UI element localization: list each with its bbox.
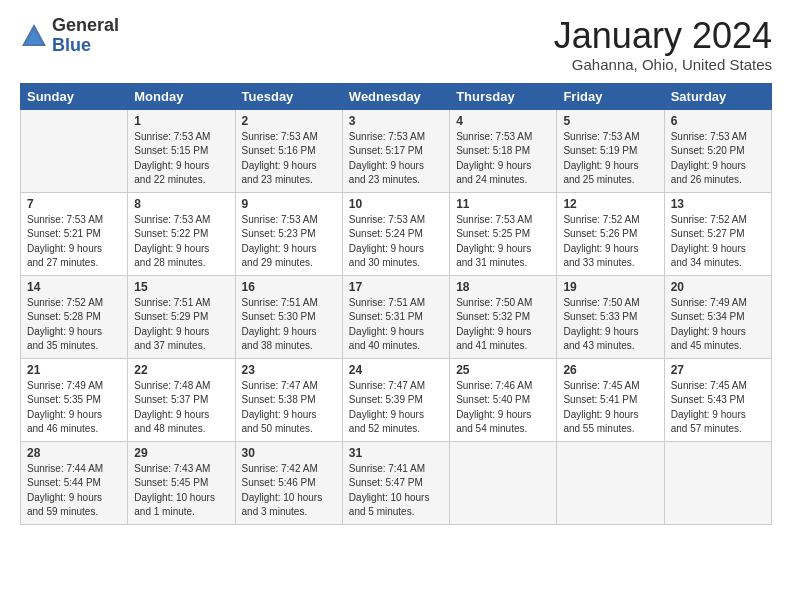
calendar-week-4: 28Sunrise: 7:44 AMSunset: 5:44 PMDayligh… <box>21 441 772 524</box>
calendar-week-0: 1Sunrise: 7:53 AMSunset: 5:15 PMDaylight… <box>21 109 772 192</box>
calendar-cell: 14Sunrise: 7:52 AMSunset: 5:28 PMDayligh… <box>21 275 128 358</box>
calendar-cell: 25Sunrise: 7:46 AMSunset: 5:40 PMDayligh… <box>450 358 557 441</box>
calendar-cell: 21Sunrise: 7:49 AMSunset: 5:35 PMDayligh… <box>21 358 128 441</box>
day-number: 3 <box>349 114 443 128</box>
day-number: 10 <box>349 197 443 211</box>
day-number: 18 <box>456 280 550 294</box>
day-number: 20 <box>671 280 765 294</box>
cell-content: Sunrise: 7:48 AMSunset: 5:37 PMDaylight:… <box>134 379 228 437</box>
cell-content: Sunrise: 7:53 AMSunset: 5:22 PMDaylight:… <box>134 213 228 271</box>
calendar-cell: 29Sunrise: 7:43 AMSunset: 5:45 PMDayligh… <box>128 441 235 524</box>
calendar-cell: 10Sunrise: 7:53 AMSunset: 5:24 PMDayligh… <box>342 192 449 275</box>
cell-content: Sunrise: 7:53 AMSunset: 5:21 PMDaylight:… <box>27 213 121 271</box>
logo-icon <box>20 22 48 50</box>
day-number: 23 <box>242 363 336 377</box>
cell-content: Sunrise: 7:47 AMSunset: 5:39 PMDaylight:… <box>349 379 443 437</box>
calendar-cell: 27Sunrise: 7:45 AMSunset: 5:43 PMDayligh… <box>664 358 771 441</box>
cell-content: Sunrise: 7:53 AMSunset: 5:16 PMDaylight:… <box>242 130 336 188</box>
cell-content: Sunrise: 7:53 AMSunset: 5:25 PMDaylight:… <box>456 213 550 271</box>
cell-content: Sunrise: 7:53 AMSunset: 5:18 PMDaylight:… <box>456 130 550 188</box>
cell-content: Sunrise: 7:53 AMSunset: 5:24 PMDaylight:… <box>349 213 443 271</box>
location: Gahanna, Ohio, United States <box>554 56 772 73</box>
col-header-monday: Monday <box>128 83 235 109</box>
day-number: 31 <box>349 446 443 460</box>
calendar-cell: 19Sunrise: 7:50 AMSunset: 5:33 PMDayligh… <box>557 275 664 358</box>
cell-content: Sunrise: 7:49 AMSunset: 5:34 PMDaylight:… <box>671 296 765 354</box>
day-number: 13 <box>671 197 765 211</box>
calendar-cell: 1Sunrise: 7:53 AMSunset: 5:15 PMDaylight… <box>128 109 235 192</box>
calendar-cell: 15Sunrise: 7:51 AMSunset: 5:29 PMDayligh… <box>128 275 235 358</box>
day-number: 24 <box>349 363 443 377</box>
cell-content: Sunrise: 7:43 AMSunset: 5:45 PMDaylight:… <box>134 462 228 520</box>
logo: General Blue <box>20 16 119 56</box>
cell-content: Sunrise: 7:45 AMSunset: 5:41 PMDaylight:… <box>563 379 657 437</box>
calendar-cell: 11Sunrise: 7:53 AMSunset: 5:25 PMDayligh… <box>450 192 557 275</box>
day-number: 19 <box>563 280 657 294</box>
calendar-cell: 30Sunrise: 7:42 AMSunset: 5:46 PMDayligh… <box>235 441 342 524</box>
day-number: 21 <box>27 363 121 377</box>
calendar-cell: 20Sunrise: 7:49 AMSunset: 5:34 PMDayligh… <box>664 275 771 358</box>
day-number: 14 <box>27 280 121 294</box>
cell-content: Sunrise: 7:52 AMSunset: 5:28 PMDaylight:… <box>27 296 121 354</box>
calendar-cell: 23Sunrise: 7:47 AMSunset: 5:38 PMDayligh… <box>235 358 342 441</box>
calendar-cell: 7Sunrise: 7:53 AMSunset: 5:21 PMDaylight… <box>21 192 128 275</box>
calendar-header-row: SundayMondayTuesdayWednesdayThursdayFrid… <box>21 83 772 109</box>
cell-content: Sunrise: 7:53 AMSunset: 5:17 PMDaylight:… <box>349 130 443 188</box>
calendar-cell <box>557 441 664 524</box>
cell-content: Sunrise: 7:51 AMSunset: 5:29 PMDaylight:… <box>134 296 228 354</box>
day-number: 7 <box>27 197 121 211</box>
cell-content: Sunrise: 7:50 AMSunset: 5:33 PMDaylight:… <box>563 296 657 354</box>
day-number: 11 <box>456 197 550 211</box>
calendar-cell <box>21 109 128 192</box>
day-number: 6 <box>671 114 765 128</box>
calendar-cell: 22Sunrise: 7:48 AMSunset: 5:37 PMDayligh… <box>128 358 235 441</box>
calendar-cell: 2Sunrise: 7:53 AMSunset: 5:16 PMDaylight… <box>235 109 342 192</box>
day-number: 2 <box>242 114 336 128</box>
calendar-cell: 6Sunrise: 7:53 AMSunset: 5:20 PMDaylight… <box>664 109 771 192</box>
day-number: 27 <box>671 363 765 377</box>
calendar-cell: 13Sunrise: 7:52 AMSunset: 5:27 PMDayligh… <box>664 192 771 275</box>
main-container: General Blue January 2024 Gahanna, Ohio,… <box>0 0 792 535</box>
cell-content: Sunrise: 7:53 AMSunset: 5:15 PMDaylight:… <box>134 130 228 188</box>
col-header-wednesday: Wednesday <box>342 83 449 109</box>
cell-content: Sunrise: 7:47 AMSunset: 5:38 PMDaylight:… <box>242 379 336 437</box>
day-number: 5 <box>563 114 657 128</box>
cell-content: Sunrise: 7:51 AMSunset: 5:31 PMDaylight:… <box>349 296 443 354</box>
day-number: 12 <box>563 197 657 211</box>
calendar-week-3: 21Sunrise: 7:49 AMSunset: 5:35 PMDayligh… <box>21 358 772 441</box>
calendar-cell: 3Sunrise: 7:53 AMSunset: 5:17 PMDaylight… <box>342 109 449 192</box>
col-header-tuesday: Tuesday <box>235 83 342 109</box>
day-number: 1 <box>134 114 228 128</box>
col-header-thursday: Thursday <box>450 83 557 109</box>
day-number: 4 <box>456 114 550 128</box>
logo-general: General <box>52 15 119 35</box>
calendar-week-1: 7Sunrise: 7:53 AMSunset: 5:21 PMDaylight… <box>21 192 772 275</box>
calendar-cell: 31Sunrise: 7:41 AMSunset: 5:47 PMDayligh… <box>342 441 449 524</box>
calendar-cell: 4Sunrise: 7:53 AMSunset: 5:18 PMDaylight… <box>450 109 557 192</box>
calendar-cell: 17Sunrise: 7:51 AMSunset: 5:31 PMDayligh… <box>342 275 449 358</box>
day-number: 28 <box>27 446 121 460</box>
cell-content: Sunrise: 7:42 AMSunset: 5:46 PMDaylight:… <box>242 462 336 520</box>
cell-content: Sunrise: 7:44 AMSunset: 5:44 PMDaylight:… <box>27 462 121 520</box>
cell-content: Sunrise: 7:50 AMSunset: 5:32 PMDaylight:… <box>456 296 550 354</box>
day-number: 16 <box>242 280 336 294</box>
col-header-friday: Friday <box>557 83 664 109</box>
calendar-cell: 8Sunrise: 7:53 AMSunset: 5:22 PMDaylight… <box>128 192 235 275</box>
day-number: 9 <box>242 197 336 211</box>
calendar-cell: 26Sunrise: 7:45 AMSunset: 5:41 PMDayligh… <box>557 358 664 441</box>
title-block: January 2024 Gahanna, Ohio, United State… <box>554 16 772 73</box>
calendar-cell: 9Sunrise: 7:53 AMSunset: 5:23 PMDaylight… <box>235 192 342 275</box>
logo-text: General Blue <box>52 16 119 56</box>
cell-content: Sunrise: 7:53 AMSunset: 5:19 PMDaylight:… <box>563 130 657 188</box>
col-header-saturday: Saturday <box>664 83 771 109</box>
cell-content: Sunrise: 7:51 AMSunset: 5:30 PMDaylight:… <box>242 296 336 354</box>
day-number: 22 <box>134 363 228 377</box>
day-number: 29 <box>134 446 228 460</box>
day-number: 8 <box>134 197 228 211</box>
day-number: 26 <box>563 363 657 377</box>
calendar-table: SundayMondayTuesdayWednesdayThursdayFrid… <box>20 83 772 525</box>
calendar-cell <box>664 441 771 524</box>
cell-content: Sunrise: 7:45 AMSunset: 5:43 PMDaylight:… <box>671 379 765 437</box>
cell-content: Sunrise: 7:49 AMSunset: 5:35 PMDaylight:… <box>27 379 121 437</box>
header-row: General Blue January 2024 Gahanna, Ohio,… <box>20 16 772 73</box>
